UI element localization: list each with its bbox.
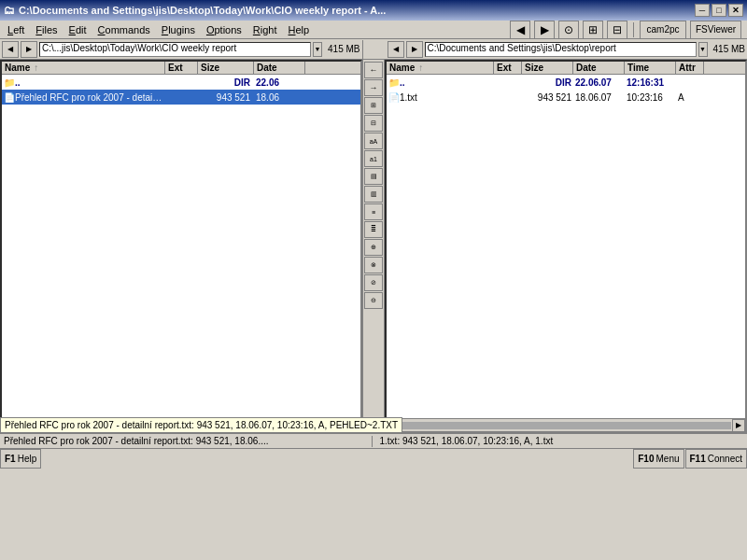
mid-btn-view[interactable]: ≡ xyxy=(364,203,383,220)
mid-btn-pack[interactable]: ▤ xyxy=(364,168,383,185)
menu-help[interactable]: Help xyxy=(283,22,316,37)
left-address-pane: ◀ ▶ C:\...jis\Desktop\Today\Work\CIO wee… xyxy=(0,40,363,59)
mid-btn-left[interactable]: ← xyxy=(364,62,383,78)
file-icon-left-1 xyxy=(4,92,15,103)
toolbar-btn-1[interactable]: ◀ xyxy=(510,21,530,39)
panels-container: Name↑ Ext Size Date .. DIR 22.06 Přehled… xyxy=(0,60,747,433)
mid-btn-copy-files[interactable]: ⊞ xyxy=(364,97,383,114)
right-address-dropdown[interactable]: ▼ xyxy=(698,42,708,57)
right-nav-fwd[interactable]: ▶ xyxy=(406,41,423,58)
f10-key-label: F10 xyxy=(638,454,654,464)
left-nav-fwd[interactable]: ▶ xyxy=(21,41,37,58)
left-nav-back[interactable]: ◀ xyxy=(2,41,19,58)
left-col-size[interactable]: Size xyxy=(198,62,254,74)
menu-bar: Left Files Edit Commands Plugins Options… xyxy=(0,21,747,39)
left-col-ext[interactable]: Ext xyxy=(165,62,198,74)
address-area: ◀ ▶ C:\...jis\Desktop\Today\Work\CIO wee… xyxy=(0,39,747,60)
right-row-file-1[interactable]: 1.txt 943 521 18.06.07 10:23:16 A xyxy=(387,90,745,105)
file-icon-right-1 xyxy=(388,92,400,103)
right-col-attr[interactable]: Attr xyxy=(676,62,704,74)
right-col-name[interactable]: Name↑ xyxy=(387,62,494,74)
toolbar-btn-4[interactable]: ⊞ xyxy=(583,21,603,39)
menu-plugins[interactable]: Plugins xyxy=(156,22,201,37)
status-left: Přehled RFC pro rok 2007 - detailní repo… xyxy=(4,436,368,446)
window-title: C:\Documents and Settings\jis\Desktop\To… xyxy=(19,5,386,16)
mid-btn-copy-path[interactable]: ⊕ xyxy=(364,239,383,256)
app-icon: 🗂 xyxy=(4,4,15,17)
right-col-date[interactable]: Date xyxy=(573,62,625,74)
right-panel-body[interactable]: .. DIR 22.06.07 12:16:31 1.txt 943 521 1… xyxy=(387,75,745,418)
mid-btn-convert[interactable]: a1 xyxy=(364,150,383,167)
mid-btn-extra[interactable]: ⊖ xyxy=(364,292,383,309)
toolbar-btn-5[interactable]: ⊟ xyxy=(607,21,627,39)
menu-right[interactable]: Right xyxy=(247,22,283,37)
folder-icon-right-up xyxy=(388,77,400,88)
right-panel-header: Name↑ Ext Size Date Time Attr xyxy=(387,62,745,75)
menu-options[interactable]: Options xyxy=(201,22,247,37)
mid-btn-delete[interactable]: ⊗ xyxy=(364,257,383,273)
menu-edit[interactable]: Edit xyxy=(63,22,92,37)
connect-label: Connect xyxy=(708,454,742,464)
toolbar-btn-2[interactable]: ▶ xyxy=(534,21,555,39)
menu-left[interactable]: Left xyxy=(2,22,30,37)
mid-btn-right[interactable]: → xyxy=(364,79,383,96)
right-nav-back[interactable]: ◀ xyxy=(388,41,404,58)
title-bar-controls: ─ □ ✕ xyxy=(695,4,743,17)
right-hscroll-right[interactable]: ▶ xyxy=(732,419,745,432)
minimize-button[interactable]: ─ xyxy=(695,4,710,17)
right-address-pane: ◀ ▶ C:\Documents and Settings\jis\Deskto… xyxy=(386,40,748,59)
maximize-button[interactable]: □ xyxy=(712,4,726,17)
close-button[interactable]: ✕ xyxy=(728,4,743,17)
bottom-spacer xyxy=(42,449,632,469)
right-address-input[interactable]: C:\Documents and Settings\jis\Desktop\re… xyxy=(425,42,697,57)
mid-btn-edit[interactable]: ≣ xyxy=(364,221,383,238)
mid-btn-props[interactable]: ⊘ xyxy=(364,274,383,291)
folder-icon-left-up xyxy=(4,77,15,88)
left-row-file-1[interactable]: Přehled RFC pro rok 2007 - detailní rep.… xyxy=(2,90,360,105)
right-hscroll-track[interactable] xyxy=(401,422,731,429)
fsviewer-btn[interactable]: FSViewer xyxy=(690,21,741,39)
left-address-dropdown[interactable]: ▼ xyxy=(313,42,322,57)
right-panel: Name↑ Ext Size Date Time Attr .. DIR 22.… xyxy=(385,60,747,433)
right-row-parent[interactable]: .. DIR 22.06.07 12:16:31 xyxy=(387,75,745,90)
right-hscroll[interactable]: ◀ ▶ xyxy=(387,418,745,431)
status-bar: Přehled RFC pro rok 2007 - detailní repo… xyxy=(0,433,747,448)
menu-label: Menu xyxy=(656,454,680,464)
status-sep xyxy=(372,436,373,447)
right-size-display: 415 MB xyxy=(713,44,745,54)
left-panel: Name↑ Ext Size Date .. DIR 22.06 Přehled… xyxy=(0,60,362,433)
bottom-toolbar: F1 Help F10 Menu F11 Connect xyxy=(0,448,747,469)
right-col-ext[interactable]: Ext xyxy=(494,62,522,74)
left-col-date[interactable]: Date xyxy=(254,62,305,74)
title-bar-left: 🗂 C:\Documents and Settings\jis\Desktop\… xyxy=(4,4,386,17)
f1-key-label: F1 xyxy=(5,454,16,464)
title-bar: 🗂 C:\Documents and Settings\jis\Desktop\… xyxy=(0,0,747,21)
menu-commands[interactable]: Commands xyxy=(92,22,156,37)
left-address-input[interactable]: C:\...jis\Desktop\Today\Work\CIO weekly … xyxy=(39,42,311,57)
left-size-display: 415 MB xyxy=(328,44,359,54)
f11-key-label: F11 xyxy=(690,454,706,464)
left-col-name[interactable]: Name↑ xyxy=(2,62,165,74)
status-right: 1.txt: 943 521, 18.06.07, 10:23:16, A, 1… xyxy=(380,436,744,446)
status-area: Přehled RFC pro rok 2007 - detailní repo… xyxy=(0,433,747,448)
right-col-time[interactable]: Time xyxy=(625,62,676,74)
left-row-parent[interactable]: .. DIR 22.06 xyxy=(2,75,360,90)
f10-menu-btn[interactable]: F10 Menu xyxy=(633,449,684,469)
f11-connect-btn[interactable]: F11 Connect xyxy=(685,449,747,469)
mid-btn-rename[interactable]: aA xyxy=(364,133,383,149)
tooltip: Přehled RFC pro rok 2007 - detailní repo… xyxy=(0,417,402,433)
menu-files[interactable]: Files xyxy=(30,22,63,37)
toolbar-btn-3[interactable]: ⊙ xyxy=(558,21,579,39)
cam2pc-btn[interactable]: cam2pc xyxy=(640,21,686,39)
mid-btn-unpack[interactable]: ▥ xyxy=(364,186,383,203)
toolbar-sep-1 xyxy=(633,22,634,37)
f1-help-btn[interactable]: F1 Help xyxy=(0,449,41,469)
mid-btn-move-files[interactable]: ⊟ xyxy=(364,115,383,132)
left-panel-header: Name↑ Ext Size Date xyxy=(2,62,360,75)
help-label: Help xyxy=(18,454,37,464)
left-panel-body[interactable]: .. DIR 22.06 Přehled RFC pro rok 2007 - … xyxy=(2,75,360,418)
right-col-size[interactable]: Size xyxy=(522,62,573,74)
middle-toolbar: ← → ⊞ ⊟ aA a1 ▤ ▥ ≡ ≣ ⊕ ⊗ ⊘ ⊖ xyxy=(362,60,385,433)
